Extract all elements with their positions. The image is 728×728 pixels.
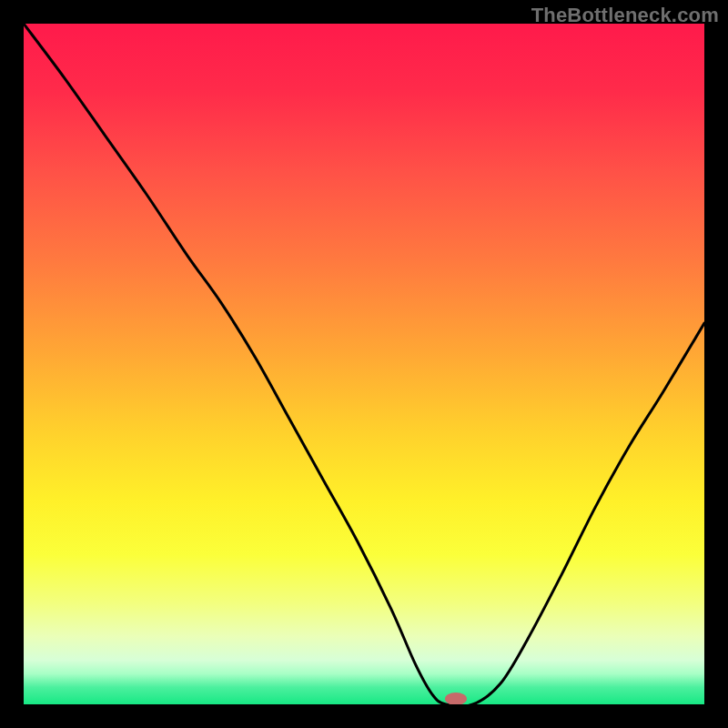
- watermark-text: TheBottleneck.com: [531, 4, 719, 27]
- chart-frame: TheBottleneck.com: [0, 0, 728, 728]
- plot-svg: [24, 24, 704, 704]
- plot-area: [24, 24, 704, 704]
- gradient-background: [24, 24, 704, 704]
